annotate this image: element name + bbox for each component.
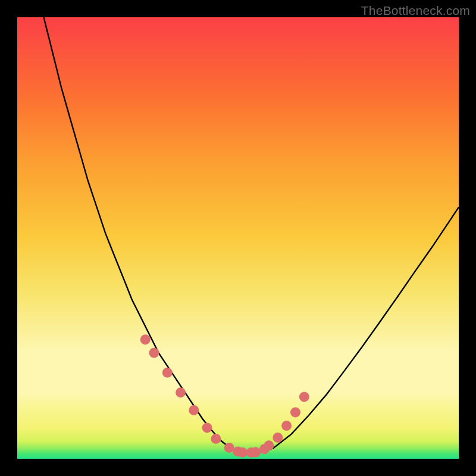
bottleneck-curve: [44, 17, 459, 453]
attribution-text: TheBottleneck.com: [361, 4, 470, 18]
marker-dot: [224, 443, 234, 453]
plot-area: [17, 17, 459, 459]
marker-dot: [250, 447, 261, 457]
marker-dot: [140, 334, 151, 345]
marker-dot: [281, 421, 292, 431]
marker-dot: [211, 434, 221, 444]
chart-svg: [17, 17, 459, 459]
marker-dot: [290, 408, 300, 418]
marker-dot: [237, 447, 248, 458]
chart-frame: TheBottleneck.com: [0, 0, 476, 476]
marker-dot: [299, 392, 309, 402]
marker-dot: [189, 405, 199, 415]
marker-dot: [264, 440, 274, 450]
marker-dot: [149, 347, 159, 358]
marker-dot: [273, 433, 283, 443]
marker-dot: [202, 423, 212, 433]
marker-dot: [162, 368, 173, 378]
marker-dot: [176, 387, 186, 397]
